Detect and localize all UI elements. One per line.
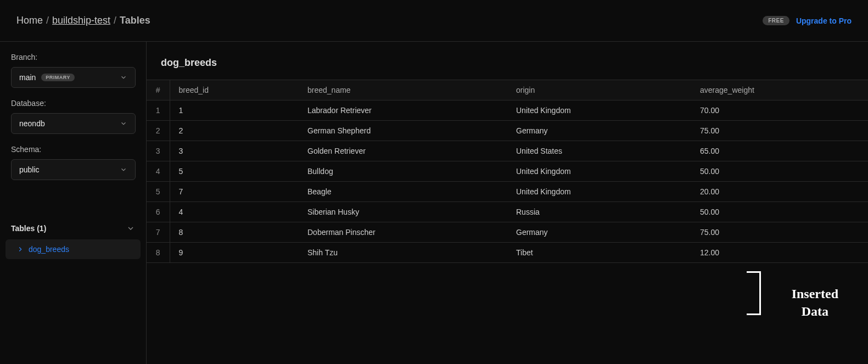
cell-rownum: 5	[147, 182, 170, 202]
chevron-down-icon	[126, 224, 135, 233]
breadcrumb-sep: /	[46, 15, 49, 26]
cell-breed-name: Doberman Pinscher	[299, 222, 507, 243]
table-body: 11Labrador RetrieverUnited Kingdom70.002…	[147, 100, 868, 263]
chevron-down-icon	[120, 120, 127, 127]
tables-header[interactable]: Tables (1)	[0, 217, 146, 239]
cell-breed-name: German Shepherd	[299, 121, 507, 141]
cell-breed-name: Siberian Husky	[299, 202, 507, 222]
tables-section: Tables (1) dog_breeds	[0, 217, 146, 259]
cell-rownum: 4	[147, 161, 170, 182]
cell-breed-name: Shih Tzu	[299, 243, 507, 263]
database-value: neondb	[19, 119, 45, 128]
database-select[interactable]: neondb	[11, 113, 136, 134]
cell-origin: Tibet	[507, 243, 691, 263]
chevron-right-icon	[16, 245, 24, 253]
table-head: # breed_id breed_name origin average_wei…	[147, 80, 868, 100]
col-header-average-weight[interactable]: average_weight	[691, 80, 868, 100]
cell-origin: Germany	[507, 121, 691, 141]
cell-rownum: 3	[147, 141, 170, 161]
table-row[interactable]: 57BeagleUnited Kingdom20.00	[147, 182, 868, 202]
col-header-rownum[interactable]: #	[147, 80, 170, 100]
cell-origin: United States	[507, 141, 691, 161]
primary-badge: PRIMARY	[41, 74, 75, 81]
table-row[interactable]: 89Shih TzuTibet12.00	[147, 243, 868, 263]
table-row[interactable]: 22German ShepherdGermany75.00	[147, 121, 868, 141]
cell-breed-id: 4	[170, 202, 299, 222]
upgrade-link[interactable]: Upgrade to Pro	[796, 16, 852, 25]
chevron-down-icon	[120, 166, 127, 173]
cell-breed-id: 1	[170, 100, 299, 121]
sidebar-controls: Branch: main PRIMARY Database: neondb Sc	[0, 42, 146, 202]
col-header-breed-name[interactable]: breed_name	[299, 80, 507, 100]
cell-average-weight: 75.00	[691, 222, 868, 243]
cell-rownum: 2	[147, 121, 170, 141]
cell-rownum: 1	[147, 100, 170, 121]
breadcrumb-current: Tables	[120, 15, 150, 26]
cell-breed-id: 5	[170, 161, 299, 182]
header-right: FREE Upgrade to Pro	[763, 16, 852, 25]
cell-breed-id: 2	[170, 121, 299, 141]
cell-breed-name: Bulldog	[299, 161, 507, 182]
table-title: dog_breeds	[147, 42, 868, 80]
annotation-label: Inserted Data	[792, 285, 838, 321]
table-row[interactable]: 33Golden RetrieverUnited States65.00	[147, 141, 868, 161]
cell-average-weight: 12.00	[691, 243, 868, 263]
cell-average-weight: 65.00	[691, 141, 868, 161]
cell-origin: United Kingdom	[507, 100, 691, 121]
branch-value: main	[19, 73, 36, 82]
cell-breed-id: 9	[170, 243, 299, 263]
breadcrumb-sep: /	[114, 15, 116, 26]
tables-header-label: Tables (1)	[11, 224, 46, 233]
cell-rownum: 7	[147, 222, 170, 243]
sidebar-table-item[interactable]: dog_breeds	[5, 239, 141, 259]
cell-breed-id: 7	[170, 182, 299, 202]
branch-label: Branch:	[11, 53, 135, 61]
table-row[interactable]: 11Labrador RetrieverUnited Kingdom70.00	[147, 100, 868, 121]
cell-origin: Germany	[507, 222, 691, 243]
cell-average-weight: 50.00	[691, 202, 868, 222]
breadcrumb-home[interactable]: Home	[16, 15, 43, 26]
branch-select[interactable]: main PRIMARY	[11, 67, 136, 88]
cell-breed-name: Labrador Retriever	[299, 100, 507, 121]
chevron-down-icon	[120, 74, 127, 81]
content: dog_breeds # breed_id breed_name origin …	[147, 42, 868, 364]
cell-origin: United Kingdom	[507, 182, 691, 202]
breadcrumb-project[interactable]: buildship-test	[52, 15, 110, 26]
table-row[interactable]: 45BulldogUnited Kingdom50.00	[147, 161, 868, 182]
cell-average-weight: 75.00	[691, 121, 868, 141]
database-field: Database: neondb	[11, 99, 135, 134]
table-row[interactable]: 64Siberian HuskyRussia50.00	[147, 202, 868, 222]
schema-label: Schema:	[11, 145, 135, 154]
cell-breed-id: 8	[170, 222, 299, 243]
sidebar: Branch: main PRIMARY Database: neondb Sc	[0, 42, 147, 364]
cell-breed-id: 3	[170, 141, 299, 161]
main: Branch: main PRIMARY Database: neondb Sc	[0, 42, 868, 364]
cell-origin: United Kingdom	[507, 161, 691, 182]
schema-value: public	[19, 165, 40, 174]
cell-rownum: 8	[147, 243, 170, 263]
schema-select[interactable]: public	[11, 159, 136, 180]
branch-field: Branch: main PRIMARY	[11, 53, 135, 88]
free-badge: FREE	[763, 16, 789, 25]
table-item-name: dog_breeds	[29, 245, 69, 254]
col-header-breed-id[interactable]: breed_id	[170, 80, 299, 100]
cell-origin: Russia	[507, 202, 691, 222]
data-table: # breed_id breed_name origin average_wei…	[147, 80, 868, 263]
schema-field: Schema: public	[11, 145, 135, 180]
breadcrumb: Home / buildship-test / Tables	[16, 15, 150, 26]
cell-breed-name: Golden Retriever	[299, 141, 507, 161]
cell-average-weight: 50.00	[691, 161, 868, 182]
cell-rownum: 6	[147, 202, 170, 222]
col-header-origin[interactable]: origin	[507, 80, 691, 100]
header: Home / buildship-test / Tables FREE Upgr…	[0, 0, 868, 42]
cell-breed-name: Beagle	[299, 182, 507, 202]
database-label: Database:	[11, 99, 135, 108]
cell-average-weight: 70.00	[691, 100, 868, 121]
annotation-bracket	[747, 271, 761, 315]
table-row[interactable]: 78Doberman PinscherGermany75.00	[147, 222, 868, 243]
cell-average-weight: 20.00	[691, 182, 868, 202]
